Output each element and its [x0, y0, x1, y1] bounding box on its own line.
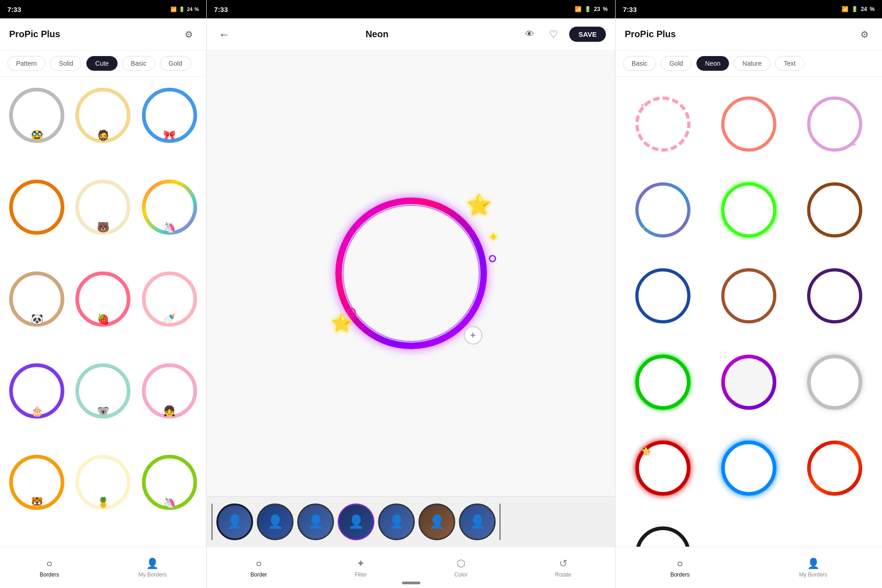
nav-borders-right[interactable]: ○ Borders: [670, 558, 690, 578]
list-item[interactable]: [623, 256, 702, 336]
category-tabs-right: Basic Gold Neon Nature Text: [616, 51, 882, 77]
bottom-nav-right: ○ Borders 👤 My Borders: [616, 547, 882, 588]
list-item[interactable]: 👤: [418, 503, 455, 540]
tab-gold-right[interactable]: Gold: [661, 56, 692, 71]
app-title-right: ProPic Plus: [625, 29, 676, 40]
list-item[interactable]: 🍓: [74, 270, 132, 328]
heart-button[interactable]: ♡: [545, 26, 562, 43]
add-photo-button[interactable]: +: [464, 326, 482, 345]
header-actions: 👁 ♡ SAVE: [521, 26, 606, 43]
border-icon: ○: [256, 558, 262, 570]
center-panel: 7:33 📶 🔋 23% ← Neon 👁 ♡ SAVE ⭐ ⭐ ✦: [207, 0, 616, 588]
category-tabs-left: Pattern Solid Cute Basic Gold: [0, 51, 206, 77]
list-item[interactable]: 🐼: [7, 270, 66, 328]
app-header-center: ← Neon 👁 ♡ SAVE: [207, 18, 615, 51]
list-item[interactable]: 🐯: [7, 453, 66, 512]
tab-basic-right[interactable]: Basic: [623, 56, 656, 71]
list-item[interactable]: 🥸: [7, 86, 66, 145]
status-bar-right: 7:33 📶 🔋 24%: [616, 0, 882, 18]
list-item[interactable]: 👤: [257, 503, 294, 540]
nav-my-borders-right[interactable]: 👤 My Borders: [799, 558, 827, 578]
list-item[interactable]: 🐨: [74, 361, 132, 420]
tab-pattern[interactable]: Pattern: [7, 56, 45, 71]
tab-neon-right[interactable]: Neon: [696, 56, 729, 71]
list-item[interactable]: 👤: [459, 503, 496, 540]
status-bar-center: 7:33 📶 🔋 23%: [207, 0, 615, 18]
strip-handle-right: [499, 503, 501, 540]
tab-basic-left[interactable]: Basic: [122, 56, 155, 71]
tab-solid[interactable]: Solid: [50, 56, 82, 71]
app-title-left: ProPic Plus: [9, 29, 60, 40]
nav-borders-label-right: Borders: [670, 571, 690, 578]
list-item[interactable]: [795, 256, 875, 336]
time-center: 7:33: [214, 6, 228, 13]
status-bar-left: 7:33 📶 🔋 24%: [0, 0, 206, 18]
circle-decoration-purple: [489, 255, 496, 262]
frames-grid-right: ♥♥ ✒ ✦: [616, 77, 882, 547]
borders-icon-right: ○: [677, 558, 683, 570]
eye-button[interactable]: 👁: [521, 26, 538, 43]
my-borders-icon-right: 👤: [807, 558, 820, 570]
list-item[interactable]: [709, 170, 788, 249]
tab-text-right[interactable]: Text: [775, 56, 804, 71]
list-item[interactable]: [623, 514, 702, 547]
list-item[interactable]: 👤: [338, 503, 374, 540]
tab-gold-left[interactable]: Gold: [160, 56, 191, 71]
save-button[interactable]: SAVE: [569, 27, 606, 42]
list-item[interactable]: 👧: [140, 361, 199, 420]
list-item[interactable]: 🦄: [140, 178, 199, 237]
list-item[interactable]: 🍍: [74, 453, 132, 512]
list-item[interactable]: 🍼: [140, 270, 199, 328]
tool-filter[interactable]: ✦ Filter: [355, 558, 367, 578]
tool-color-label: Color: [454, 571, 468, 578]
neon-inner-ring: [342, 204, 480, 342]
list-item[interactable]: 🧔: [74, 86, 132, 145]
tab-nature-right[interactable]: Nature: [734, 56, 770, 71]
list-item[interactable]: ♥♥: [623, 84, 702, 164]
time-right: 7:33: [623, 6, 637, 13]
nav-borders-left[interactable]: ○ Borders: [40, 558, 59, 578]
tool-border[interactable]: ○ Border: [250, 558, 267, 578]
list-item[interactable]: 👤: [297, 503, 334, 540]
status-icons-left: 📶 🔋 24%: [170, 6, 199, 12]
list-item[interactable]: [709, 256, 788, 336]
list-item[interactable]: 🎂: [7, 361, 66, 420]
tool-rotate-label: Rotate: [555, 571, 571, 578]
app-header-left: ProPic Plus ⚙: [0, 18, 206, 51]
borders-icon-left: ○: [46, 558, 52, 570]
list-item[interactable]: 🐻: [74, 178, 132, 237]
settings-button-right[interactable]: ⚙: [856, 26, 873, 43]
settings-button-left[interactable]: ⚙: [181, 26, 197, 43]
tab-cute[interactable]: Cute: [86, 56, 118, 71]
list-item[interactable]: ✦: [623, 170, 702, 249]
tool-color[interactable]: ⬡ Color: [454, 558, 468, 578]
list-item[interactable]: [709, 342, 788, 422]
tool-filter-label: Filter: [355, 571, 367, 578]
star-decoration-mid: ✦: [488, 230, 498, 245]
filter-icon: ✦: [356, 558, 365, 570]
list-item[interactable]: [709, 84, 788, 164]
nav-borders-label-left: Borders: [40, 571, 59, 578]
list-item[interactable]: [795, 428, 875, 508]
list-item[interactable]: [7, 178, 66, 237]
nav-my-borders-left[interactable]: 👤 My Borders: [138, 558, 166, 578]
app-header-right: ProPic Plus ⚙: [616, 18, 882, 51]
list-item[interactable]: 👤: [378, 503, 415, 540]
tool-border-label: Border: [250, 571, 267, 578]
list-item[interactable]: 👤: [216, 503, 253, 540]
photo-strip: 👤 👤 👤 👤 👤 👤 👤: [207, 496, 615, 547]
list-item[interactable]: [623, 342, 702, 422]
list-item[interactable]: ✒: [795, 84, 875, 164]
list-item[interactable]: [795, 170, 875, 249]
list-item[interactable]: [709, 428, 788, 508]
star-decoration-top: ⭐: [466, 193, 492, 217]
back-button[interactable]: ←: [216, 26, 232, 43]
circle-decoration-pink: [347, 308, 356, 317]
list-item[interactable]: ⭐: [623, 428, 702, 508]
list-item[interactable]: [795, 342, 875, 422]
status-icons-right: 📶 🔋 24%: [842, 6, 875, 12]
list-item[interactable]: 🦄: [140, 453, 199, 512]
tool-rotate[interactable]: ↺ Rotate: [555, 558, 571, 578]
list-item[interactable]: 🎀: [140, 86, 199, 145]
nav-my-borders-label-right: My Borders: [799, 571, 827, 578]
